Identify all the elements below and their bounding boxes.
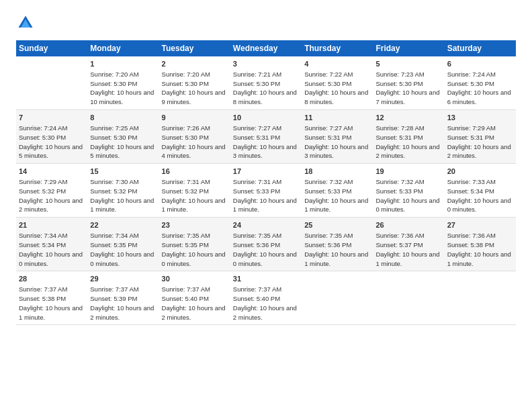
sunrise-text: Sunrise: 7:35 AMSunset: 5:36 PMDaylight:… xyxy=(304,232,368,267)
day-number: 7 xyxy=(19,113,85,123)
calendar-cell: 15Sunrise: 7:30 AMSunset: 5:32 PMDayligh… xyxy=(87,164,159,218)
calendar-cell: 14Sunrise: 7:29 AMSunset: 5:32 PMDayligh… xyxy=(16,164,87,218)
day-number: 8 xyxy=(90,113,156,123)
logo xyxy=(16,13,38,32)
sunrise-text: Sunrise: 7:24 AMSunset: 5:30 PMDaylight:… xyxy=(447,71,511,105)
calendar-cell: 29Sunrise: 7:37 AMSunset: 5:39 PMDayligh… xyxy=(87,271,159,325)
calendar-cell: 4Sunrise: 7:22 AMSunset: 5:30 PMDaylight… xyxy=(302,56,373,110)
day-number: 6 xyxy=(447,59,513,69)
calendar-cell: 6Sunrise: 7:24 AMSunset: 5:30 PMDaylight… xyxy=(445,56,516,110)
calendar-cell: 31Sunrise: 7:37 AMSunset: 5:40 PMDayligh… xyxy=(230,271,302,325)
day-number: 12 xyxy=(375,113,441,123)
sunrise-text: Sunrise: 7:36 AMSunset: 5:37 PMDaylight:… xyxy=(375,232,439,267)
sunrise-text: Sunrise: 7:37 AMSunset: 5:40 PMDaylight:… xyxy=(233,285,297,320)
calendar-cell: 25Sunrise: 7:35 AMSunset: 5:36 PMDayligh… xyxy=(302,218,373,271)
sunrise-text: Sunrise: 7:22 AMSunset: 5:30 PMDaylight:… xyxy=(304,71,368,105)
calendar-cell: 3Sunrise: 7:21 AMSunset: 5:30 PMDaylight… xyxy=(230,56,302,110)
calendar-cell: 27Sunrise: 7:36 AMSunset: 5:38 PMDayligh… xyxy=(445,218,516,271)
calendar-cell: 10Sunrise: 7:27 AMSunset: 5:31 PMDayligh… xyxy=(230,110,302,164)
day-number: 24 xyxy=(233,220,299,230)
logo-icon xyxy=(16,13,35,32)
calendar-cell: 23Sunrise: 7:35 AMSunset: 5:35 PMDayligh… xyxy=(159,218,230,271)
day-number: 11 xyxy=(304,113,370,123)
header xyxy=(16,13,516,32)
sunrise-text: Sunrise: 7:28 AMSunset: 5:31 PMDaylight:… xyxy=(375,124,439,159)
sunrise-text: Sunrise: 7:36 AMSunset: 5:38 PMDaylight:… xyxy=(447,232,511,267)
sunrise-text: Sunrise: 7:35 AMSunset: 5:35 PMDaylight:… xyxy=(162,232,226,267)
sunrise-text: Sunrise: 7:21 AMSunset: 5:30 PMDaylight:… xyxy=(233,71,297,105)
header-day: Monday xyxy=(87,40,159,56)
day-number: 28 xyxy=(19,274,85,284)
sunrise-text: Sunrise: 7:27 AMSunset: 5:31 PMDaylight:… xyxy=(304,124,368,159)
calendar-cell: 12Sunrise: 7:28 AMSunset: 5:31 PMDayligh… xyxy=(373,110,444,164)
sunrise-text: Sunrise: 7:37 AMSunset: 5:39 PMDaylight:… xyxy=(90,285,154,320)
calendar-cell: 18Sunrise: 7:32 AMSunset: 5:33 PMDayligh… xyxy=(302,164,373,218)
day-number: 13 xyxy=(447,113,513,123)
week-row: 1Sunrise: 7:20 AMSunset: 5:30 PMDaylight… xyxy=(16,56,516,110)
calendar-cell: 16Sunrise: 7:31 AMSunset: 5:32 PMDayligh… xyxy=(159,164,230,218)
calendar-cell xyxy=(302,271,373,325)
header-day: Saturday xyxy=(445,40,516,56)
day-number: 30 xyxy=(162,274,228,284)
day-number: 21 xyxy=(19,220,85,230)
header-day: Tuesday xyxy=(159,40,230,56)
calendar-cell: 21Sunrise: 7:34 AMSunset: 5:34 PMDayligh… xyxy=(16,218,87,271)
day-number: 26 xyxy=(375,220,441,230)
calendar-cell xyxy=(373,271,444,325)
day-number: 23 xyxy=(162,220,228,230)
day-number: 5 xyxy=(375,59,441,69)
sunrise-text: Sunrise: 7:29 AMSunset: 5:32 PMDaylight:… xyxy=(19,178,83,213)
day-number: 18 xyxy=(304,167,370,177)
sunrise-text: Sunrise: 7:37 AMSunset: 5:38 PMDaylight:… xyxy=(19,285,83,320)
day-number: 20 xyxy=(447,167,513,177)
sunrise-text: Sunrise: 7:35 AMSunset: 5:36 PMDaylight:… xyxy=(233,232,297,267)
day-number: 17 xyxy=(233,167,299,177)
calendar-cell: 7Sunrise: 7:24 AMSunset: 5:30 PMDaylight… xyxy=(16,110,87,164)
day-number: 2 xyxy=(162,59,228,69)
calendar-cell: 26Sunrise: 7:36 AMSunset: 5:37 PMDayligh… xyxy=(373,218,444,271)
header-day: Friday xyxy=(373,40,444,56)
sunrise-text: Sunrise: 7:34 AMSunset: 5:35 PMDaylight:… xyxy=(90,232,154,267)
sunrise-text: Sunrise: 7:20 AMSunset: 5:30 PMDaylight:… xyxy=(90,71,154,105)
calendar-cell: 20Sunrise: 7:33 AMSunset: 5:34 PMDayligh… xyxy=(445,164,516,218)
sunrise-text: Sunrise: 7:23 AMSunset: 5:30 PMDaylight:… xyxy=(375,71,439,105)
calendar-cell: 11Sunrise: 7:27 AMSunset: 5:31 PMDayligh… xyxy=(302,110,373,164)
calendar-cell: 30Sunrise: 7:37 AMSunset: 5:40 PMDayligh… xyxy=(159,271,230,325)
week-row: 14Sunrise: 7:29 AMSunset: 5:32 PMDayligh… xyxy=(16,164,516,218)
sunrise-text: Sunrise: 7:24 AMSunset: 5:30 PMDaylight:… xyxy=(19,124,83,159)
calendar-cell xyxy=(445,271,516,325)
day-number: 19 xyxy=(375,167,441,177)
sunrise-text: Sunrise: 7:32 AMSunset: 5:33 PMDaylight:… xyxy=(304,178,368,213)
calendar-cell: 1Sunrise: 7:20 AMSunset: 5:30 PMDaylight… xyxy=(87,56,159,110)
calendar-cell: 9Sunrise: 7:26 AMSunset: 5:30 PMDaylight… xyxy=(159,110,230,164)
calendar-cell: 24Sunrise: 7:35 AMSunset: 5:36 PMDayligh… xyxy=(230,218,302,271)
sunrise-text: Sunrise: 7:26 AMSunset: 5:30 PMDaylight:… xyxy=(162,124,226,159)
day-number: 15 xyxy=(90,167,156,177)
day-number: 22 xyxy=(90,220,156,230)
sunrise-text: Sunrise: 7:30 AMSunset: 5:32 PMDaylight:… xyxy=(90,178,154,213)
calendar-cell: 2Sunrise: 7:20 AMSunset: 5:30 PMDaylight… xyxy=(159,56,230,110)
day-number: 31 xyxy=(233,274,299,284)
day-number: 16 xyxy=(162,167,228,177)
day-number: 3 xyxy=(233,59,299,69)
calendar-cell: 5Sunrise: 7:23 AMSunset: 5:30 PMDaylight… xyxy=(373,56,444,110)
week-row: 28Sunrise: 7:37 AMSunset: 5:38 PMDayligh… xyxy=(16,271,516,325)
calendar-cell: 19Sunrise: 7:32 AMSunset: 5:33 PMDayligh… xyxy=(373,164,444,218)
calendar-cell: 8Sunrise: 7:25 AMSunset: 5:30 PMDaylight… xyxy=(87,110,159,164)
sunrise-text: Sunrise: 7:20 AMSunset: 5:30 PMDaylight:… xyxy=(162,71,226,105)
sunrise-text: Sunrise: 7:33 AMSunset: 5:34 PMDaylight:… xyxy=(447,178,511,213)
day-number: 14 xyxy=(19,167,85,177)
week-row: 7Sunrise: 7:24 AMSunset: 5:30 PMDaylight… xyxy=(16,110,516,164)
sunrise-text: Sunrise: 7:31 AMSunset: 5:32 PMDaylight:… xyxy=(162,178,226,213)
calendar-cell xyxy=(16,56,87,110)
day-number: 27 xyxy=(447,220,513,230)
calendar-cell: 13Sunrise: 7:29 AMSunset: 5:31 PMDayligh… xyxy=(445,110,516,164)
header-day: Sunday xyxy=(16,40,87,56)
calendar-cell: 22Sunrise: 7:34 AMSunset: 5:35 PMDayligh… xyxy=(87,218,159,271)
header-day: Wednesday xyxy=(230,40,302,56)
sunrise-text: Sunrise: 7:32 AMSunset: 5:33 PMDaylight:… xyxy=(375,178,439,213)
header-row: SundayMondayTuesdayWednesdayThursdayFrid… xyxy=(16,40,516,56)
sunrise-text: Sunrise: 7:37 AMSunset: 5:40 PMDaylight:… xyxy=(162,285,226,320)
header-day: Thursday xyxy=(302,40,373,56)
day-number: 29 xyxy=(90,274,156,284)
